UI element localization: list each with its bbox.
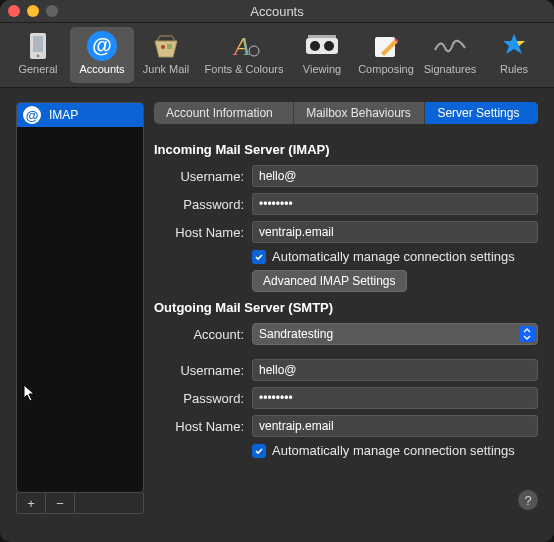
toolbar-label: Fonts & Colours (205, 63, 284, 75)
chevron-updown-icon (519, 326, 535, 342)
svg-rect-12 (308, 35, 336, 38)
toolbar-general[interactable]: General (6, 27, 70, 83)
outgoing-title: Outgoing Mail Server (SMTP) (154, 300, 538, 315)
toolbar-label: Signatures (424, 63, 477, 75)
general-icon (21, 29, 55, 63)
incoming-title: Incoming Mail Server (IMAP) (154, 142, 538, 157)
toolbar-rules[interactable]: Rules (482, 27, 546, 83)
outgoing-auto-checkbox[interactable] (252, 444, 266, 458)
window-title: Accounts (0, 4, 554, 19)
composing-icon (369, 29, 403, 63)
zoom-window-button[interactable] (46, 5, 58, 17)
toolbar-label: Junk Mail (143, 63, 189, 75)
close-window-button[interactable] (8, 5, 20, 17)
toolbar-viewing[interactable]: Viewing (290, 27, 354, 83)
fonts-icon: A (227, 29, 261, 63)
settings-panel: Account Information Mailbox Behaviours S… (154, 102, 538, 514)
viewing-icon (305, 29, 339, 63)
toolbar-label: Composing (358, 63, 414, 75)
add-account-button[interactable]: + (17, 493, 46, 513)
help-button[interactable]: ? (518, 490, 538, 510)
accounts-sidebar: @ IMAP + − (16, 102, 144, 514)
toolbar-fonts[interactable]: A Fonts & Colours (198, 27, 290, 83)
label-username: Username: (154, 363, 244, 378)
at-icon: @ (23, 106, 41, 124)
account-label: IMAP (49, 108, 78, 122)
accounts-icon: @ (85, 29, 119, 63)
toolbar-label: General (18, 63, 57, 75)
incoming-host-field[interactable]: ventraip.email (252, 221, 538, 243)
toolbar-accounts[interactable]: @ Accounts (70, 27, 134, 83)
tab-bar: Account Information Mailbox Behaviours S… (154, 102, 538, 124)
select-value: Sandratesting (259, 327, 333, 341)
svg-text:A: A (232, 32, 250, 61)
check-icon (254, 446, 264, 456)
outgoing-password-field[interactable]: •••••••• (252, 387, 538, 409)
minimize-window-button[interactable] (27, 5, 39, 17)
label-username: Username: (154, 169, 244, 184)
preferences-toolbar: General @ Accounts Junk Mail A Fonts & C… (0, 23, 554, 88)
outgoing-host-field[interactable]: ventraip.email (252, 415, 538, 437)
label-account: Account: (154, 327, 244, 342)
svg-point-2 (37, 55, 40, 58)
account-item-imap[interactable]: @ IMAP (17, 103, 143, 127)
label-host: Host Name: (154, 225, 244, 240)
tab-account-info[interactable]: Account Information (154, 102, 294, 124)
toolbar-label: Accounts (79, 63, 124, 75)
toolbar-composing[interactable]: Composing (354, 27, 418, 83)
check-icon (254, 252, 264, 262)
tab-server-settings[interactable]: Server Settings (425, 102, 538, 124)
incoming-username-field[interactable]: hello@ (252, 165, 538, 187)
rules-icon (497, 29, 531, 63)
outgoing-account-select[interactable]: Sandratesting (252, 323, 538, 345)
incoming-auto-label: Automatically manage connection settings (272, 249, 515, 264)
svg-point-11 (324, 41, 334, 51)
outgoing-username-field[interactable]: hello@ (252, 359, 538, 381)
toolbar-label: Viewing (303, 63, 341, 75)
signatures-icon (433, 29, 467, 63)
svg-text:@: @ (92, 34, 112, 56)
label-password: Password: (154, 197, 244, 212)
toolbar-label: Rules (500, 63, 528, 75)
label-host: Host Name: (154, 419, 244, 434)
svg-point-10 (310, 41, 320, 51)
sidebar-spacer (75, 493, 143, 513)
label-password: Password: (154, 391, 244, 406)
svg-rect-1 (33, 36, 43, 52)
titlebar: Accounts (0, 0, 554, 23)
svg-point-8 (249, 46, 259, 56)
outgoing-auto-label: Automatically manage connection settings (272, 443, 515, 458)
incoming-auto-checkbox[interactable] (252, 250, 266, 264)
junk-icon (149, 29, 183, 63)
toolbar-signatures[interactable]: Signatures (418, 27, 482, 83)
svg-point-5 (161, 45, 165, 49)
remove-account-button[interactable]: − (46, 493, 75, 513)
svg-rect-6 (167, 44, 172, 49)
accounts-list[interactable]: @ IMAP (16, 102, 144, 493)
incoming-password-field[interactable]: •••••••• (252, 193, 538, 215)
tab-mailbox-behaviours[interactable]: Mailbox Behaviours (294, 102, 425, 124)
toolbar-junk[interactable]: Junk Mail (134, 27, 198, 83)
advanced-imap-button[interactable]: Advanced IMAP Settings (252, 270, 407, 292)
